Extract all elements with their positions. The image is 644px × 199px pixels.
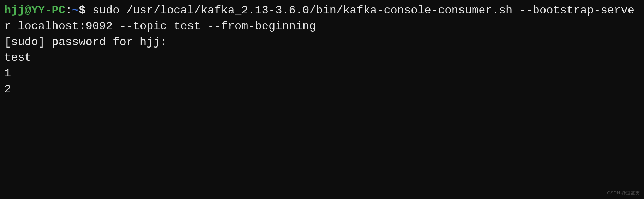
prompt-user: hjj@YY-PC (4, 4, 65, 17)
terminal-output-line: [sudo] password for hjj: (4, 35, 640, 50)
command-text: sudo /usr/local/kafka_2.13-3.6.0/bin/kaf… (4, 4, 634, 33)
command-text (85, 4, 92, 17)
prompt-path: ~ (72, 4, 79, 17)
terminal-output-line: test (4, 50, 640, 66)
terminal-output-line: 2 (4, 82, 640, 98)
cursor-icon (5, 99, 5, 112)
prompt-separator: : (65, 4, 72, 17)
prompt-symbol: $ (79, 4, 85, 17)
watermark-text: CSDN @道甚夷 (607, 190, 640, 196)
terminal-output-line: 1 (4, 66, 640, 82)
terminal-cursor-line[interactable] (4, 98, 640, 113)
terminal-command-line[interactable]: hjj@YY-PC:~$ sudo /usr/local/kafka_2.13-… (4, 3, 640, 35)
